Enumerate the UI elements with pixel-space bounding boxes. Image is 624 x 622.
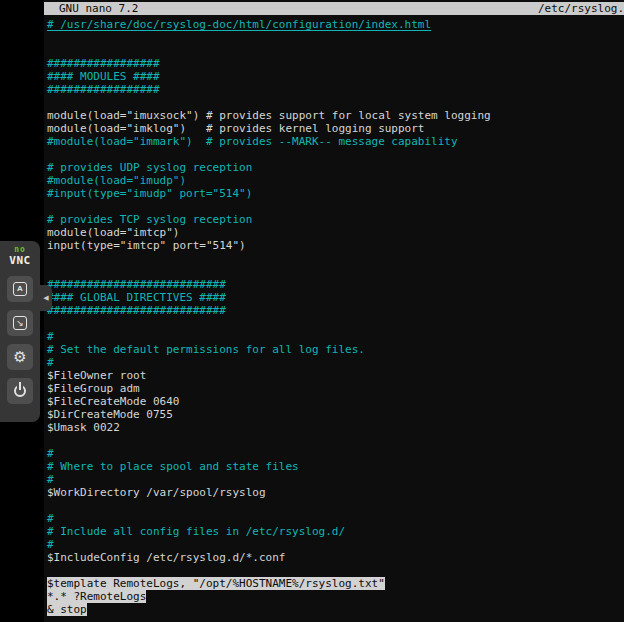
editor-line: module(load="imklog") # provides kernel … xyxy=(47,122,624,135)
editor-line: $WorkDirectory /var/spool/rsyslog xyxy=(47,486,624,499)
drag-button[interactable]: ↘ xyxy=(7,310,33,336)
gear-icon: ⚙ xyxy=(13,350,26,365)
nano-titlebar: GNU nano 7.2 /etc/rsyslog. xyxy=(44,2,624,15)
editor-line: # Where to place spool and state files xyxy=(47,460,624,473)
panel-collapse-handle[interactable]: ◀ xyxy=(40,285,52,311)
novnc-logo-no: no xyxy=(9,246,30,254)
editor-line: ########################### xyxy=(47,278,624,291)
editor-line: # xyxy=(47,538,624,551)
editor-line xyxy=(47,96,624,109)
editor-line xyxy=(47,44,624,57)
editor-line: # xyxy=(47,473,624,486)
editor-line: ########################### xyxy=(47,304,624,317)
nano-version: GNU nano 7.2 xyxy=(59,2,138,15)
editor-line xyxy=(47,265,624,278)
editor-line: #### MODULES #### xyxy=(47,70,624,83)
terminal-window: GNU nano 7.2 /etc/rsyslog. # /usr/share/… xyxy=(44,0,624,622)
editor-line: $IncludeConfig /etc/rsyslog.d/*.conf xyxy=(47,551,624,564)
editor-line: #module(load="imudp") xyxy=(47,174,624,187)
editor-line xyxy=(47,252,624,265)
editor-line: # xyxy=(47,356,624,369)
editor-line: #input(type="imudp" port="514") xyxy=(47,187,624,200)
novnc-logo: no VNC xyxy=(9,246,30,266)
editor-line xyxy=(47,317,624,330)
editor-line: & stop xyxy=(47,603,624,616)
nano-filename: /etc/rsyslog. xyxy=(538,2,624,15)
editor-line: # xyxy=(47,512,624,525)
chevron-left-icon: ◀ xyxy=(43,295,48,302)
novnc-logo-vnc: VNC xyxy=(9,255,30,266)
drag-arrow-icon: ↘ xyxy=(16,319,24,328)
editor-line: module(load="imtcp") xyxy=(47,226,624,239)
editor-line: $FileCreateMode 0640 xyxy=(47,395,624,408)
keyboard-key-icon: A xyxy=(13,282,27,296)
extra-keys-button[interactable]: A xyxy=(7,276,33,302)
editor-line: $FileOwner root xyxy=(47,369,624,382)
editor-line: # provides UDP syslog reception xyxy=(47,161,624,174)
editor-line: module(load="imuxsock") # provides suppo… xyxy=(47,109,624,122)
editor-line: # Include all config files in /etc/rsysl… xyxy=(47,525,624,538)
editor-line: # xyxy=(47,447,624,460)
editor-line xyxy=(47,434,624,447)
editor-line xyxy=(47,564,624,577)
editor-line xyxy=(47,31,624,44)
editor-line: $template RemoteLogs, "/opt/%HOSTNAME%/r… xyxy=(47,577,624,590)
editor-line: *.* ?RemoteLogs xyxy=(47,590,624,603)
editor-line: # /usr/share/doc/rsyslog-doc/html/config… xyxy=(47,18,624,31)
editor-line: $FileGroup adm xyxy=(47,382,624,395)
editor-area[interactable]: # /usr/share/doc/rsyslog-doc/html/config… xyxy=(44,15,624,616)
editor-line: #### GLOBAL DIRECTIVES #### xyxy=(47,291,624,304)
editor-line: ################# xyxy=(47,83,624,96)
editor-line: # xyxy=(47,330,624,343)
disconnect-button[interactable] xyxy=(7,378,33,404)
editor-line xyxy=(47,200,624,213)
editor-line: $Umask 0022 xyxy=(47,421,624,434)
novnc-control-bar: no VNC A ↘ ⚙ ◀ xyxy=(0,241,40,422)
editor-line: #module(load="immark") # provides --MARK… xyxy=(47,135,624,148)
editor-line: # provides TCP syslog reception xyxy=(47,213,624,226)
settings-button[interactable]: ⚙ xyxy=(7,344,33,370)
editor-line: input(type="imtcp" port="514") xyxy=(47,239,624,252)
vnc-screen: GNU nano 7.2 /etc/rsyslog. # /usr/share/… xyxy=(0,0,624,622)
editor-line xyxy=(47,499,624,512)
drag-icon: ↘ xyxy=(13,316,27,330)
editor-line: ################# xyxy=(47,57,624,70)
editor-line: $DirCreateMode 0755 xyxy=(47,408,624,421)
editor-line xyxy=(47,148,624,161)
power-icon xyxy=(14,385,26,397)
editor-line: # Set the default permissions for all lo… xyxy=(47,343,624,356)
